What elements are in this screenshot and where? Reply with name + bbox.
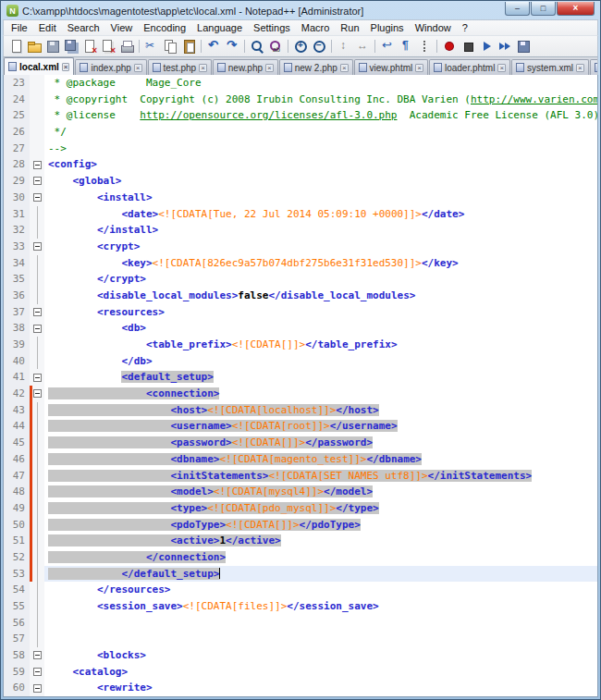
tab-index-php[interactable]: index.php× [75,59,146,75]
line-text[interactable]: <type><![CDATA[pdo_mysql]]></type> [44,500,597,517]
fold-collapse-icon[interactable] [33,177,42,185]
print-button[interactable] [117,37,136,55]
new-file-button[interactable] [6,37,25,55]
fold-collapse-icon[interactable] [33,684,42,693]
line-text[interactable]: </resources> [44,582,597,598]
line-text[interactable]: <blocks> [44,647,597,664]
replace-button[interactable] [266,37,285,55]
line-text[interactable]: <key><![CDATA[826ec9a57b074dbf275b6e31f3… [44,255,597,272]
menu-search[interactable]: Search [62,21,105,34]
tab-close-button[interactable]: × [199,64,207,72]
menu-edit[interactable]: Edit [33,21,62,34]
tab-close-button[interactable]: × [340,64,349,72]
paste-button[interactable] [179,37,198,55]
line-text[interactable]: <disable_local_modules>false</disable_lo… [44,288,597,304]
save-recorded-macro-button[interactable] [514,37,533,55]
zoom-out-button[interactable] [310,37,328,55]
line-text[interactable]: </db> [44,353,597,370]
cut-button[interactable] [142,37,161,55]
tab-varien-php[interactable]: Varien.php× [590,59,598,75]
line-text[interactable]: <catalog> [44,664,597,681]
line-text[interactable]: --> [44,141,597,157]
line-text[interactable]: </install> [44,222,597,239]
line-text[interactable]: <password><![CDATA[]]></password> [44,435,597,451]
line-text[interactable]: <table_prefix><![CDATA[]]></table_prefix… [44,337,597,353]
tab-close-button[interactable]: × [497,64,506,72]
tab-close-button[interactable]: × [134,64,142,72]
line-text[interactable]: <connection> [44,386,597,402]
line-text[interactable]: <active>1</active> [44,533,597,549]
line-text[interactable]: <install> [44,190,597,206]
line-text[interactable]: <rewrite> [44,680,597,696]
menu-language[interactable]: Language [191,21,248,34]
menu-encoding[interactable]: Encoding [138,21,191,34]
tab-test-php[interactable]: test.php× [148,59,212,75]
close-button[interactable]: × [557,2,595,16]
title-bar[interactable]: N C:\xampp\htdocs\magentotest\app\etc\lo… [3,1,598,19]
maximize-button[interactable]: □ [531,2,556,16]
save-button[interactable] [43,37,62,55]
save-all-button[interactable] [62,37,80,55]
fold-collapse-icon[interactable] [33,668,42,676]
menu-run[interactable]: Run [335,21,364,34]
line-text[interactable]: <global> [44,173,597,190]
line-text[interactable]: <pdoType><![CDATA[]]></pdoType> [44,517,597,534]
line-text[interactable]: * @copyright Copyright (c) 2008 Irubin C… [44,92,597,108]
editor[interactable]: 23 * @package Mage_Core24 * @copyright C… [3,75,598,697]
tab-loader-phtml[interactable]: loader.phtml× [429,59,510,75]
line-text[interactable]: </crypt> [44,271,597,288]
sync-vertical-button[interactable] [335,37,353,55]
minimize-button[interactable]: – [505,2,530,16]
line-text[interactable] [44,615,597,632]
menu-window[interactable]: Window [410,21,457,34]
line-text[interactable]: <username><![CDATA[root]]></username> [44,418,597,435]
fold-collapse-icon[interactable] [33,161,42,169]
line-text[interactable]: <default_setup> [44,369,597,386]
line-text[interactable]: <crypt> [44,239,597,255]
show-all-characters-button[interactable] [397,37,415,55]
stop-macro-button[interactable] [459,37,477,55]
fold-collapse-icon[interactable] [33,651,42,659]
line-text[interactable]: <host><![CDATA[localhost]]></host> [44,402,597,419]
menu-[interactable]: ? [457,21,473,34]
menu-plugins[interactable]: Plugins [365,21,410,34]
line-text[interactable]: <resources> [44,304,597,321]
close-button[interactable] [80,37,99,55]
zoom-in-button[interactable] [291,37,310,55]
open-file-button[interactable] [25,37,43,55]
line-text[interactable]: <session_save><![CDATA[files]]></session… [44,598,597,615]
sync-horizontal-button[interactable] [353,37,372,55]
menu-view[interactable]: View [105,21,139,34]
tab-close-button[interactable]: × [415,64,423,72]
tab-new-php[interactable]: new.php× [213,59,278,75]
find-button[interactable] [248,37,266,55]
close-all-button[interactable] [99,37,117,55]
fold-collapse-icon[interactable] [33,325,42,333]
fold-collapse-icon[interactable] [33,374,42,382]
tab-close-button[interactable]: × [62,63,70,71]
tab-local-xml[interactable]: local.xml× [4,57,74,75]
menu-file[interactable]: File [6,21,33,34]
line-text[interactable]: </default_setup> [44,566,597,583]
tab-new-2-php[interactable]: new 2.php× [279,59,353,75]
run-macro-multiple-times-button[interactable] [496,37,514,55]
tab-view-phtml[interactable]: view.phtml× [354,59,428,75]
menu-macro[interactable]: Macro [296,21,336,34]
undo-button[interactable] [204,37,223,55]
line-text[interactable]: </connection> [44,549,597,566]
indent-guide-button[interactable] [415,37,434,55]
tab-system-xml[interactable]: system.xml× [511,59,589,75]
redo-button[interactable] [223,37,241,55]
line-text[interactable]: <model><![CDATA[mysql4]]></model> [44,484,597,500]
line-text[interactable]: * @package Mage_Core [44,75,597,92]
record-macro-button[interactable] [440,37,459,55]
tab-close-button[interactable]: × [265,64,274,72]
line-text[interactable]: <config> [44,156,597,173]
line-text[interactable]: <initStatements><![CDATA[SET NAMES utf8]… [44,468,597,485]
line-text[interactable]: <dbname><![CDATA[magento_test]]></dbname… [44,451,597,468]
line-text[interactable]: */ [44,124,597,141]
line-text[interactable]: * @license http://opensource.org/license… [44,107,597,124]
line-text[interactable]: <db> [44,320,597,337]
word-wrap-button[interactable] [378,37,397,55]
line-text[interactable]: <date><![CDATA[Tue, 22 Jul 2014 05:09:10… [44,206,597,223]
